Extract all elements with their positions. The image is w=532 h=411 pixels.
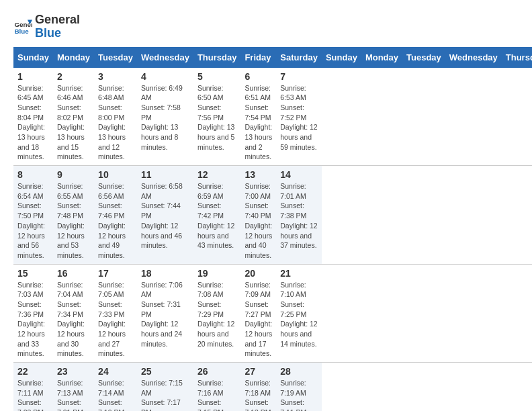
day-cell-14: 14Sunrise: 7:01 AM Sunset: 7:38 PM Dayli… [276,166,322,265]
day-info: Sunrise: 7:14 AM Sunset: 7:19 PM Dayligh… [98,378,133,411]
day-cell-24: 24Sunrise: 7:14 AM Sunset: 7:19 PM Dayli… [94,363,137,411]
page-header: General Blue General Blue [13,13,519,40]
day-cell-26: 26Sunrise: 7:16 AM Sunset: 7:15 PM Dayli… [193,363,241,411]
day-cell-7: 7Sunrise: 6:53 AM Sunset: 7:52 PM Daylig… [276,68,322,166]
day-number: 4 [141,71,189,82]
day-info: Sunrise: 7:06 AM Sunset: 7:31 PM Dayligh… [141,280,189,349]
header-wednesday: Wednesday [137,47,193,68]
header-monday: Monday [53,47,94,68]
logo-icon: General Blue [13,17,32,36]
day-cell-25: 25Sunrise: 7:15 AM Sunset: 7:17 PM Dayli… [137,363,193,411]
day-info: Sunrise: 7:05 AM Sunset: 7:33 PM Dayligh… [98,280,133,359]
day-number: 28 [280,366,318,377]
day-cell-6: 6Sunrise: 6:51 AM Sunset: 7:54 PM Daylig… [240,68,276,166]
day-info: Sunrise: 6:48 AM Sunset: 8:00 PM Dayligh… [98,83,133,163]
day-number: 22 [17,366,49,377]
day-number: 24 [98,366,133,377]
day-cell-12: 12Sunrise: 6:59 AM Sunset: 7:42 PM Dayli… [193,166,241,265]
day-cell-19: 19Sunrise: 7:08 AM Sunset: 7:29 PM Dayli… [193,264,241,363]
day-number: 16 [57,268,90,279]
day-info: Sunrise: 6:55 AM Sunset: 7:48 PM Dayligh… [57,181,90,261]
day-number: 25 [141,366,189,377]
day-info: Sunrise: 7:03 AM Sunset: 7:36 PM Dayligh… [17,280,49,359]
day-info: Sunrise: 6:59 AM Sunset: 7:42 PM Dayligh… [197,181,237,250]
logo: General Blue General Blue [13,13,80,40]
header-wednesday: Wednesday [445,47,502,68]
day-info: Sunrise: 7:04 AM Sunset: 7:34 PM Dayligh… [57,280,90,359]
header-friday: Friday [240,47,276,68]
day-number: 27 [245,366,272,377]
day-info: Sunrise: 7:18 AM Sunset: 7:13 PM Dayligh… [245,378,272,411]
day-info: Sunrise: 6:45 AM Sunset: 8:04 PM Dayligh… [17,83,49,163]
day-number: 2 [57,71,90,82]
day-cell-9: 9Sunrise: 6:55 AM Sunset: 7:48 PM Daylig… [53,166,94,265]
day-info: Sunrise: 6:58 AM Sunset: 7:44 PM Dayligh… [141,181,189,250]
calendar-week-2: 8Sunrise: 6:54 AM Sunset: 7:50 PM Daylig… [13,166,532,265]
calendar-week-4: 22Sunrise: 7:11 AM Sunset: 7:23 PM Dayli… [13,363,532,411]
header-sunday: Sunday [13,47,53,68]
day-number: 26 [197,366,237,377]
day-info: Sunrise: 6:53 AM Sunset: 7:52 PM Dayligh… [280,83,318,152]
day-number: 15 [17,268,49,279]
day-number: 5 [197,71,237,82]
logo-blue: Blue [35,26,61,40]
day-info: Sunrise: 7:00 AM Sunset: 7:40 PM Dayligh… [245,181,272,261]
day-cell-16: 16Sunrise: 7:04 AM Sunset: 7:34 PM Dayli… [53,264,94,363]
day-info: Sunrise: 6:56 AM Sunset: 7:46 PM Dayligh… [98,181,133,261]
header-sunday: Sunday [322,47,361,68]
day-cell-1: 1Sunrise: 6:45 AM Sunset: 8:04 PM Daylig… [13,68,53,166]
day-info: Sunrise: 7:08 AM Sunset: 7:29 PM Dayligh… [197,280,237,349]
day-number: 3 [98,71,133,82]
day-number: 17 [98,268,133,279]
day-number: 11 [141,169,189,180]
logo-general: General [35,13,80,26]
day-cell-21: 21Sunrise: 7:10 AM Sunset: 7:25 PM Dayli… [276,264,322,363]
day-number: 6 [245,71,272,82]
day-number: 7 [280,71,318,82]
day-info: Sunrise: 6:54 AM Sunset: 7:50 PM Dayligh… [17,181,49,261]
day-number: 21 [280,268,318,279]
day-cell-20: 20Sunrise: 7:09 AM Sunset: 7:27 PM Dayli… [240,264,276,363]
day-cell-17: 17Sunrise: 7:05 AM Sunset: 7:33 PM Dayli… [94,264,137,363]
day-number: 23 [57,366,90,377]
day-info: Sunrise: 7:11 AM Sunset: 7:23 PM Dayligh… [17,378,49,411]
header-tuesday: Tuesday [402,47,445,68]
svg-text:Blue: Blue [14,28,29,35]
day-cell-28: 28Sunrise: 7:19 AM Sunset: 7:11 PM Dayli… [276,363,322,411]
day-number: 13 [245,169,272,180]
day-cell-18: 18Sunrise: 7:06 AM Sunset: 7:31 PM Dayli… [137,264,193,363]
day-info: Sunrise: 6:46 AM Sunset: 8:02 PM Dayligh… [57,83,90,163]
day-cell-13: 13Sunrise: 7:00 AM Sunset: 7:40 PM Dayli… [240,166,276,265]
header-monday: Monday [361,47,402,68]
day-number: 9 [57,169,90,180]
day-number: 14 [280,169,318,180]
header-tuesday: Tuesday [94,47,137,68]
day-info: Sunrise: 7:15 AM Sunset: 7:17 PM Dayligh… [141,378,189,411]
day-info: Sunrise: 6:51 AM Sunset: 7:54 PM Dayligh… [245,83,272,163]
day-number: 10 [98,169,133,180]
header-thursday: Thursday [502,47,532,68]
day-cell-2: 2Sunrise: 6:46 AM Sunset: 8:02 PM Daylig… [53,68,94,166]
day-info: Sunrise: 7:10 AM Sunset: 7:25 PM Dayligh… [280,280,318,349]
day-cell-4: 4Sunrise: 6:49 AM Sunset: 7:58 PM Daylig… [137,68,193,166]
day-number: 8 [17,169,49,180]
calendar-week-3: 15Sunrise: 7:03 AM Sunset: 7:36 PM Dayli… [13,264,532,363]
day-number: 19 [197,268,237,279]
day-info: Sunrise: 7:09 AM Sunset: 7:27 PM Dayligh… [245,280,272,359]
day-info: Sunrise: 7:16 AM Sunset: 7:15 PM Dayligh… [197,378,237,411]
calendar-week-1: 1Sunrise: 6:45 AM Sunset: 8:04 PM Daylig… [13,68,532,166]
header-thursday: Thursday [193,47,241,68]
day-number: 1 [17,71,49,82]
day-cell-3: 3Sunrise: 6:48 AM Sunset: 8:00 PM Daylig… [94,68,137,166]
day-cell-23: 23Sunrise: 7:13 AM Sunset: 7:21 PM Dayli… [53,363,94,411]
day-cell-27: 27Sunrise: 7:18 AM Sunset: 7:13 PM Dayli… [240,363,276,411]
calendar-header-row: SundayMondayTuesdayWednesdayThursdayFrid… [13,47,532,68]
day-number: 20 [245,268,272,279]
day-cell-8: 8Sunrise: 6:54 AM Sunset: 7:50 PM Daylig… [13,166,53,265]
day-info: Sunrise: 7:19 AM Sunset: 7:11 PM Dayligh… [280,378,318,411]
calendar-table: SundayMondayTuesdayWednesdayThursdayFrid… [13,47,532,411]
day-cell-10: 10Sunrise: 6:56 AM Sunset: 7:46 PM Dayli… [94,166,137,265]
day-number: 12 [197,169,237,180]
day-cell-22: 22Sunrise: 7:11 AM Sunset: 7:23 PM Dayli… [13,363,53,411]
day-cell-11: 11Sunrise: 6:58 AM Sunset: 7:44 PM Dayli… [137,166,193,265]
